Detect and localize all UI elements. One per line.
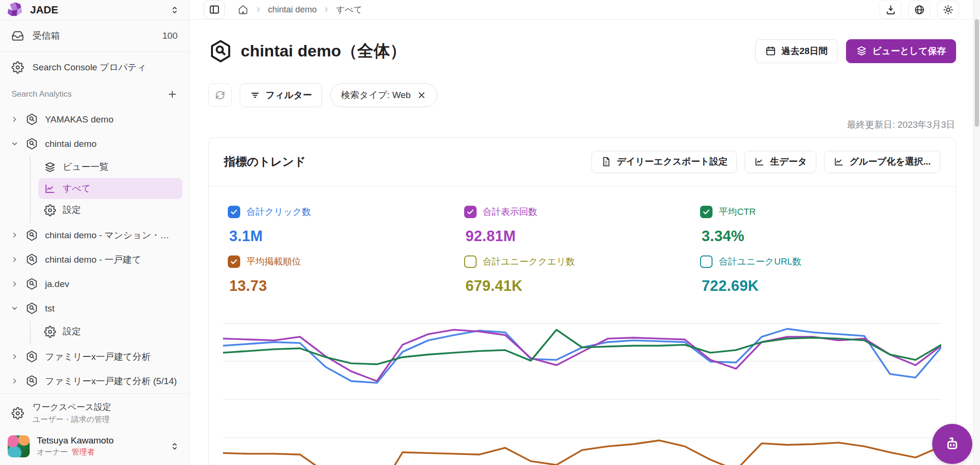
checkbox-icon[interactable] bbox=[464, 255, 477, 268]
file-export-icon bbox=[601, 156, 612, 167]
tree-label: ファミリーx一戸建て分析 (5/14) bbox=[45, 375, 177, 388]
tst-children: 設定 bbox=[30, 321, 189, 344]
app-title: JADE bbox=[30, 4, 58, 16]
sidebar-item-family-analysis[interactable]: ファミリーx一戸建て分析 bbox=[4, 344, 185, 369]
sidebar: JADE 受信箱 100 Search Console プロパティ Search… bbox=[0, 0, 189, 465]
tree-label: ファミリーx一戸建て分析 bbox=[45, 351, 151, 363]
sidebar-item-sc-property[interactable]: Search Console プロパティ bbox=[0, 52, 189, 83]
property-hexagon-icon bbox=[25, 375, 38, 388]
download-button[interactable] bbox=[880, 0, 902, 19]
trend-chart-bottom[interactable] bbox=[223, 420, 941, 465]
scrollbar-thumb[interactable] bbox=[975, 19, 979, 127]
unfold-icon bbox=[170, 5, 179, 15]
layers-icon bbox=[856, 45, 867, 56]
user-menu[interactable]: Tetsuya Kawamoto オーナー管理者 bbox=[0, 431, 189, 465]
metric-checkbox-average-ctr[interactable]: 平均CTR bbox=[700, 206, 936, 218]
breadcrumb-item-view[interactable]: すべて bbox=[336, 4, 362, 15]
gear-icon bbox=[11, 407, 24, 420]
checkbox-icon[interactable] bbox=[464, 206, 477, 218]
property-hexagon-icon bbox=[25, 277, 38, 290]
property-tree: YAMAKAS demo chintai demo ビュー一覧 すべて 設定 bbox=[0, 105, 189, 393]
sidebar-item-yamakas-demo[interactable]: YAMAKAS demo bbox=[4, 107, 185, 132]
line-chart-icon bbox=[44, 183, 56, 195]
line-chart[interactable] bbox=[223, 321, 941, 404]
filter-button[interactable]: フィルター bbox=[240, 83, 322, 107]
sidebar-item-workspace-settings[interactable]: ワークスペース設定 ユーザー・請求の管理 bbox=[0, 393, 189, 431]
sidebar-item-inbox[interactable]: 受信箱 100 bbox=[0, 20, 189, 51]
daily-export-settings-button[interactable]: デイリーエクスポート設定 bbox=[591, 151, 737, 173]
chevron-right-icon bbox=[11, 280, 19, 288]
metric-checkbox-unique-queries[interactable]: 合計ユニーククエリ数 bbox=[464, 255, 701, 268]
raw-data-button[interactable]: 生データ bbox=[745, 151, 816, 173]
globe-button[interactable] bbox=[908, 0, 930, 19]
sidebar-item-family-analysis-5-14[interactable]: ファミリーx一戸建て分析 (5/14) bbox=[4, 369, 185, 393]
checkbox-icon[interactable] bbox=[228, 206, 240, 218]
inbox-icon bbox=[11, 30, 24, 42]
refresh-button[interactable] bbox=[208, 83, 232, 107]
metric-total-impressions: 合計表示回数 92.81M bbox=[464, 203, 701, 253]
metric-checkbox-total-impressions[interactable]: 合計表示回数 bbox=[464, 206, 701, 218]
metric-average-position: 平均掲載順位 13.73 bbox=[228, 253, 464, 302]
metric-value: 92.81M bbox=[466, 228, 701, 245]
close-icon[interactable] bbox=[417, 90, 426, 100]
filter-row: フィルター 検索タイプ: Web bbox=[208, 83, 962, 107]
workspace-settings-label: ワークスペース設定 bbox=[33, 401, 111, 413]
metric-checkbox-unique-urls[interactable]: 合計ユニークURL数 bbox=[700, 255, 936, 268]
add-property-button[interactable] bbox=[167, 89, 178, 100]
metrics-trend-card: 指標のトレンド デイリーエクスポート設定 生データ グループ化を選択... bbox=[208, 137, 956, 465]
sidebar-item-chintai-ikkodate[interactable]: chintai demo - 一戸建て bbox=[4, 247, 185, 272]
line-chart-icon bbox=[754, 156, 765, 167]
property-hexagon-icon bbox=[25, 253, 38, 266]
property-hexagon-icon bbox=[208, 39, 233, 64]
last-updated-text: 最終更新日: 2023年3月3日 bbox=[208, 119, 962, 131]
robot-icon bbox=[943, 435, 961, 453]
tree-label: ja.dev bbox=[45, 279, 69, 289]
sidebar-item-chintai-settings[interactable]: 設定 bbox=[38, 199, 182, 221]
chevron-right-icon bbox=[11, 255, 19, 264]
sidebar-item-tst[interactable]: tst bbox=[4, 296, 185, 321]
select-grouping-button[interactable]: グループ化を選択... bbox=[824, 151, 940, 173]
date-range-button[interactable]: 過去28日間 bbox=[755, 39, 838, 63]
sidebar-toggle-button[interactable] bbox=[204, 0, 225, 19]
sidebar-item-ja-dev[interactable]: ja.dev bbox=[4, 272, 185, 296]
theme-sun-button[interactable] bbox=[937, 0, 959, 19]
chintai-demo-children: ビュー一覧 すべて 設定 bbox=[30, 156, 189, 223]
tree-label: chintai demo - マンション・アパート bbox=[45, 229, 178, 242]
assistant-robot-button[interactable] bbox=[932, 424, 972, 464]
content: chintai demo（全体） 過去28日間 ビューとして保存 フィルター bbox=[189, 20, 980, 465]
page-title: chintai demo（全体） bbox=[241, 40, 406, 62]
chevron-right-icon bbox=[323, 6, 330, 13]
filter-chip-search-type[interactable]: 検索タイプ: Web bbox=[330, 83, 438, 107]
metric-checkbox-average-position[interactable]: 平均掲載順位 bbox=[228, 255, 464, 268]
sidebar-item-view-list[interactable]: ビュー一覧 bbox=[38, 156, 182, 177]
save-as-view-button[interactable]: ビューとして保存 bbox=[846, 39, 956, 63]
inbox-count-badge: 100 bbox=[162, 31, 178, 41]
gear-icon bbox=[44, 204, 56, 216]
home-icon[interactable] bbox=[237, 4, 249, 15]
workspace-settings-sublabel: ユーザー・請求の管理 bbox=[33, 415, 111, 425]
tree-label: 設定 bbox=[63, 325, 81, 338]
gear-icon bbox=[11, 61, 24, 74]
metric-toggles: 合計クリック数 3.1M 合計表示回数 92.81M 平均CTR bbox=[209, 187, 956, 302]
tree-label: tst bbox=[45, 303, 55, 314]
chevron-right-icon bbox=[11, 231, 19, 239]
trend-chart-top[interactable] bbox=[223, 321, 941, 404]
checkbox-icon[interactable] bbox=[700, 255, 713, 268]
user-name: Tetsuya Kawamoto bbox=[37, 435, 114, 446]
card-title: 指標のトレンド bbox=[224, 154, 306, 169]
line-chart[interactable] bbox=[223, 420, 941, 465]
checkbox-icon[interactable] bbox=[228, 255, 240, 268]
sidebar-item-all[interactable]: すべて bbox=[38, 178, 182, 199]
sidebar-item-tst-settings[interactable]: 設定 bbox=[38, 321, 182, 342]
checkbox-icon[interactable] bbox=[700, 206, 713, 218]
line-chart-icon bbox=[834, 156, 844, 167]
tree-label: chintai demo bbox=[45, 139, 97, 149]
workspace-switcher[interactable]: JADE bbox=[0, 0, 189, 20]
sidebar-item-chintai-mansion[interactable]: chintai demo - マンション・アパート bbox=[4, 223, 185, 247]
page-scrollbar[interactable] bbox=[973, 0, 980, 465]
sidebar-item-chintai-demo[interactable]: chintai demo bbox=[4, 132, 185, 156]
metric-total-clicks: 合計クリック数 3.1M bbox=[228, 203, 464, 253]
breadcrumb-item-property[interactable]: chintai demo bbox=[268, 5, 317, 15]
metric-checkbox-total-clicks[interactable]: 合計クリック数 bbox=[228, 206, 464, 218]
property-hexagon-icon bbox=[25, 350, 38, 363]
